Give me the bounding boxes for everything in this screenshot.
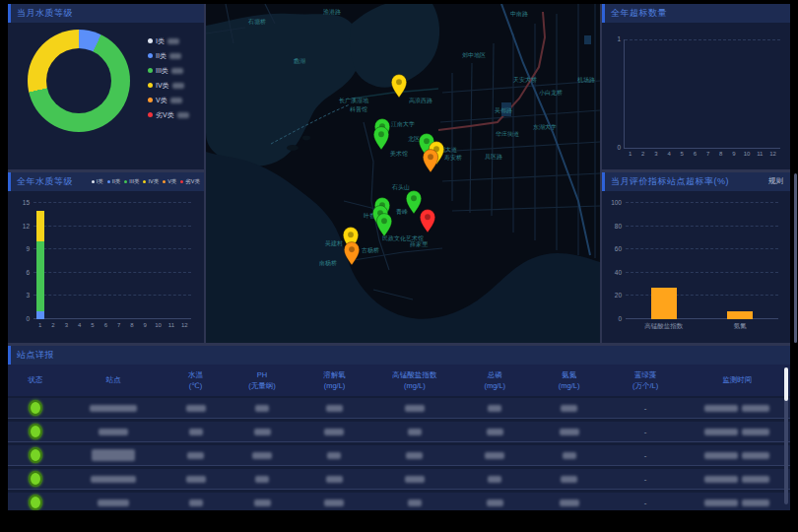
- y-tick-label: 40: [604, 269, 622, 276]
- y-tick-label: 6: [12, 269, 30, 276]
- panel-year-grade: 全年水质等级 I类II类III类IV类V类劣V类 03691215 123456…: [8, 172, 204, 343]
- value-redacted: [298, 405, 371, 412]
- column-header-5: 高锰酸盐指数(mg/L): [371, 369, 457, 392]
- legend-item: IV类: [143, 172, 159, 191]
- column-header-0: 状态: [8, 374, 63, 385]
- status-indicator-green: [29, 447, 42, 463]
- page-scrollbar-thumb[interactable]: [794, 173, 797, 343]
- legend-label: 劣V类: [156, 110, 174, 120]
- legend-item: I类: [92, 172, 103, 191]
- map-label: 青峰: [396, 209, 408, 215]
- table-scrollbar-thumb[interactable]: [784, 367, 788, 401]
- stack-legend: I类II类III类IV类V类劣V类: [88, 172, 200, 191]
- value-redacted: [298, 452, 371, 459]
- legend-dot: [148, 83, 153, 88]
- x-tick-label: 4: [663, 151, 676, 157]
- panel-title: 站点详报: [17, 349, 54, 362]
- x-tick-label: 11: [165, 322, 177, 328]
- panel-header: 站点详报: [8, 346, 790, 365]
- bar-plot: 020406080100: [626, 203, 778, 319]
- y-tick-label: 100: [604, 199, 622, 206]
- x-tick-label: 5: [86, 322, 99, 328]
- column-header-1: 站点: [63, 374, 165, 385]
- legend-item: I类: [148, 33, 189, 48]
- header-accent-bar: [602, 172, 605, 191]
- gridline: [625, 39, 780, 40]
- gridline: [626, 272, 778, 273]
- legend-item: V类: [148, 93, 189, 107]
- x-tick-label: 3: [649, 151, 662, 157]
- legend-dot: [148, 98, 153, 102]
- y-tick-label: 15: [12, 199, 30, 206]
- gridline: [33, 318, 191, 319]
- x-tick-label: 5: [676, 151, 689, 157]
- status-cell: [8, 400, 63, 416]
- panel-month-grade: 当月水质等级 I类II类III类IV类V类劣V类: [8, 4, 204, 169]
- donut-legend: I类II类III类IV类V类劣V类: [148, 33, 189, 122]
- table-rows: -----: [8, 398, 790, 510]
- status-cell: [8, 447, 63, 463]
- value-redacted: [458, 452, 532, 459]
- map-label: 天安大桥: [513, 76, 537, 83]
- y-tick-label: 9: [12, 245, 30, 252]
- legend-dot: [148, 68, 153, 73]
- value-redacted: [371, 499, 457, 506]
- legend-label: V类: [167, 178, 176, 185]
- value-redacted: [227, 405, 297, 412]
- gridline: [626, 226, 778, 227]
- table-row[interactable]: -: [8, 493, 790, 510]
- map-label: 机场路: [577, 77, 595, 84]
- column-header-2: 水温(℃): [165, 369, 228, 392]
- map-label: 美术馆: [390, 150, 408, 158]
- gridline: [33, 272, 191, 273]
- stacked-bar-segment-II类: [36, 311, 44, 319]
- value-redacted: [458, 476, 532, 483]
- value-redacted: [227, 452, 297, 459]
- x-tick-label: 4: [73, 322, 86, 328]
- legend-dot: [92, 180, 95, 183]
- x-tick-label: 12: [178, 322, 191, 328]
- panel-header: 全年水质等级 I类II类III类IV类V类劣V类: [8, 172, 204, 191]
- x-tick-label: 12: [766, 151, 779, 157]
- table-row[interactable]: -: [8, 445, 790, 466]
- x-tick-label: 11: [754, 151, 766, 157]
- panel-title: 当月评价指标站点超标率(%): [611, 175, 729, 188]
- rules-link[interactable]: 规则: [768, 176, 783, 186]
- table-row[interactable]: -: [8, 398, 790, 419]
- y-tick-label: 0: [603, 144, 621, 151]
- table-column-header: 状态站点水温(℃)PH(无量纲)溶解氧(mg/L)高锰酸盐指数(mg/L)总磷(…: [8, 365, 790, 396]
- gridline: [626, 202, 778, 203]
- legend-label: I类: [156, 36, 165, 46]
- map-canvas[interactable]: 石塘桥渔港路中南路郊中地区蠡湖长广溪湿地科普馆高浪西路江南大学北区坪美术馆石头山…: [206, 4, 600, 343]
- column-header-3: PH(无量纲): [227, 369, 297, 392]
- map-label: 江南大学: [391, 120, 415, 127]
- map-label: 古杨桥: [362, 247, 379, 254]
- map-label: 薛家里: [410, 240, 429, 247]
- x-tick-label: 9: [727, 151, 740, 157]
- value-redacted: [371, 429, 457, 435]
- legend-dot: [148, 53, 153, 58]
- map-label: 石头山: [391, 183, 410, 191]
- stacked-bar-segment-IV类: [36, 211, 44, 241]
- bar-category-label: 高锰酸盐指数: [626, 322, 702, 331]
- table-row[interactable]: -: [8, 469, 790, 490]
- legend-dot: [124, 180, 127, 183]
- y-tick-label: 12: [12, 223, 30, 230]
- map-label: 吴都路: [495, 107, 512, 114]
- legend-dot: [180, 180, 183, 183]
- value-redacted: [371, 405, 457, 412]
- station-map[interactable]: 石塘桥渔港路中南路郊中地区蠡湖长广溪湿地科普馆高浪西路江南大学北区坪美术馆石头山…: [206, 4, 600, 343]
- y-tick-label: 0: [12, 315, 30, 322]
- stacked-bar-plot: 03691215: [33, 203, 191, 319]
- x-tick-label: 1: [624, 151, 636, 157]
- station-name-redacted: [63, 476, 165, 483]
- value-redacted: [298, 429, 371, 435]
- value-redacted: [532, 429, 606, 435]
- gridline: [33, 202, 191, 203]
- table-row[interactable]: -: [8, 422, 790, 442]
- chlorophyll-cell: -: [606, 404, 684, 413]
- y-tick-label: 20: [604, 292, 622, 299]
- panel-title: 当月水质等级: [17, 7, 73, 20]
- map-label: 科普馆: [350, 105, 367, 113]
- value-redacted: [532, 405, 606, 412]
